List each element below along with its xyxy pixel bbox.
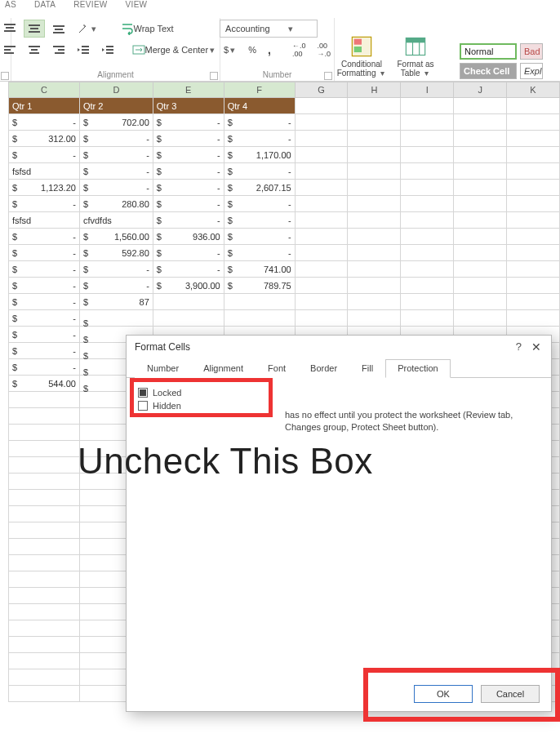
- ok-button[interactable]: OK: [414, 685, 473, 703]
- table-header-cell[interactable]: Qtr 3: [153, 98, 224, 114]
- cell[interactable]: [454, 163, 507, 180]
- tab-fill[interactable]: Fill: [349, 359, 385, 378]
- cell[interactable]: [401, 261, 454, 278]
- cell[interactable]: [295, 131, 348, 147]
- cell[interactable]: [348, 131, 401, 147]
- decrease-indent-button[interactable]: [73, 41, 94, 59]
- cell[interactable]: [153, 294, 224, 310]
- decrease-decimal-button[interactable]: .00→.0: [313, 41, 335, 59]
- cell[interactable]: $-: [79, 180, 153, 196]
- cell[interactable]: fsfsd: [9, 212, 80, 229]
- cell[interactable]: [295, 212, 348, 229]
- cell[interactable]: fsfsd: [9, 163, 80, 180]
- cell[interactable]: [9, 408, 80, 425]
- cell[interactable]: $-: [153, 261, 224, 278]
- cell[interactable]: $-: [153, 180, 224, 196]
- cell[interactable]: [454, 229, 507, 245]
- cell[interactable]: $-: [79, 261, 153, 278]
- table-header-cell[interactable]: Qtr 1: [9, 98, 80, 114]
- cell[interactable]: [401, 180, 454, 196]
- cell[interactable]: $-: [9, 278, 80, 294]
- conditional-formatting-button[interactable]: Conditional Formatting ▾: [336, 33, 387, 79]
- cell[interactable]: [507, 261, 560, 278]
- cell[interactable]: [507, 310, 560, 327]
- cell[interactable]: [401, 229, 454, 245]
- cell[interactable]: [9, 506, 80, 522]
- cell[interactable]: [401, 163, 454, 180]
- cell[interactable]: [454, 261, 507, 278]
- wrap-text-button[interactable]: Wrap Text: [117, 20, 215, 38]
- align-top-button[interactable]: [0, 20, 20, 38]
- merge-center-button[interactable]: Merge & Center ▾: [128, 41, 233, 59]
- cell[interactable]: cfvdfds: [79, 212, 153, 229]
- column-header[interactable]: I: [401, 82, 454, 98]
- cell[interactable]: [295, 261, 348, 278]
- cell[interactable]: $: [79, 310, 153, 327]
- hidden-checkbox[interactable]: [138, 401, 148, 411]
- cell[interactable]: $-: [224, 114, 295, 131]
- cell[interactable]: $-: [9, 261, 80, 278]
- cell[interactable]: [507, 294, 560, 310]
- cell[interactable]: [507, 212, 560, 229]
- cell[interactable]: $-: [224, 212, 295, 229]
- cell[interactable]: [295, 196, 348, 212]
- cell[interactable]: [9, 490, 80, 506]
- cell[interactable]: [454, 180, 507, 196]
- cell[interactable]: $-: [153, 245, 224, 261]
- cell[interactable]: $-: [79, 163, 153, 180]
- cell[interactable]: $1,123.20: [9, 180, 80, 196]
- currency-style-button[interactable]: $▾: [220, 41, 241, 59]
- cell[interactable]: [9, 571, 80, 588]
- cell[interactable]: $280.80: [79, 196, 153, 212]
- cell[interactable]: [224, 310, 295, 327]
- cell[interactable]: [348, 261, 401, 278]
- column-header[interactable]: K: [507, 82, 560, 98]
- cell[interactable]: [401, 196, 454, 212]
- column-header[interactable]: D: [79, 82, 153, 98]
- cell[interactable]: [9, 474, 80, 490]
- cell[interactable]: $936.00: [153, 229, 224, 245]
- tab-number[interactable]: Number: [135, 359, 191, 378]
- cell[interactable]: $-: [224, 163, 295, 180]
- cell[interactable]: [401, 310, 454, 327]
- cell[interactable]: $3,900.00: [153, 278, 224, 294]
- cell[interactable]: [348, 163, 401, 180]
- cell[interactable]: $789.75: [224, 278, 295, 294]
- cell[interactable]: $1,560.00: [79, 229, 153, 245]
- dialog-launcher-icon[interactable]: [1, 72, 9, 80]
- cell[interactable]: [507, 114, 560, 131]
- column-header[interactable]: J: [454, 82, 507, 98]
- cell[interactable]: [401, 212, 454, 229]
- cell[interactable]: [9, 441, 80, 457]
- cell[interactable]: [9, 555, 80, 571]
- style-bad[interactable]: Bad: [520, 43, 543, 60]
- locked-checkbox[interactable]: [138, 388, 148, 398]
- align-bottom-button[interactable]: [48, 20, 69, 38]
- tab-border[interactable]: Border: [298, 359, 349, 378]
- cell[interactable]: [348, 196, 401, 212]
- cell[interactable]: [295, 278, 348, 294]
- increase-indent-button[interactable]: [97, 41, 118, 59]
- cell[interactable]: $-: [153, 114, 224, 131]
- tab-protection[interactable]: Protection: [385, 359, 451, 378]
- cell[interactable]: [348, 294, 401, 310]
- cell[interactable]: [401, 147, 454, 163]
- cell[interactable]: [9, 539, 80, 555]
- cell[interactable]: [9, 392, 80, 408]
- cell[interactable]: $-: [153, 131, 224, 147]
- cell[interactable]: [507, 196, 560, 212]
- cell[interactable]: [348, 245, 401, 261]
- cell[interactable]: $-: [79, 147, 153, 163]
- cell[interactable]: [507, 180, 560, 196]
- cell[interactable]: [348, 229, 401, 245]
- cell[interactable]: [401, 98, 454, 114]
- comma-style-button[interactable]: ,: [264, 41, 275, 59]
- align-left-button[interactable]: [0, 41, 20, 59]
- column-header[interactable]: H: [348, 82, 401, 98]
- cell[interactable]: [454, 212, 507, 229]
- cell[interactable]: [454, 147, 507, 163]
- column-header[interactable]: E: [153, 82, 224, 98]
- cell[interactable]: [295, 180, 348, 196]
- close-icon[interactable]: ✕: [528, 339, 544, 355]
- cell[interactable]: [295, 245, 348, 261]
